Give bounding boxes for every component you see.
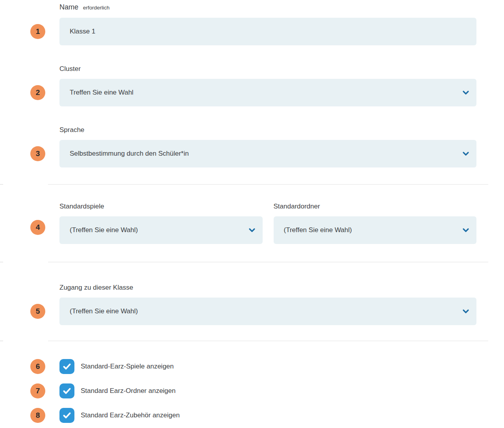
sprache-select[interactable]: Selbstbestimmung durch den Schüler*in (59, 140, 476, 167)
standardordner-label: Standardordner (274, 203, 477, 210)
standard-earz-ordner-label: Standard Earz-Ordner anzeigen (81, 387, 176, 395)
check-icon (62, 362, 72, 371)
cluster-field-section: Cluster 2 Treffen Sie eine Wahl (59, 65, 476, 106)
standard-earz-spiele-row: 6 Standard-Earz-Spiele anzeigen (59, 359, 476, 374)
standard-earz-zubehoer-row: 8 Standard Earz-Zubehör anzeigen (59, 408, 476, 423)
cluster-select-wrap: 2 Treffen Sie eine Wahl (59, 79, 476, 106)
required-note: erforderlich (83, 5, 110, 11)
standardspiele-label: Standardspiele (59, 203, 263, 210)
cluster-label: Cluster (59, 65, 476, 73)
sprache-field-section: Sprache 3 Selbstbestimmung durch den Sch… (59, 126, 476, 167)
section-divider (59, 341, 476, 341)
step-badge-6: 6 (30, 359, 45, 374)
step-badge-8: 8 (30, 408, 45, 423)
divider-edge-stub (0, 262, 3, 262)
chevron-down-icon (461, 225, 471, 235)
standard-earz-zubehoer-label: Standard Earz-Zubehör anzeigen (81, 411, 180, 419)
step-badge-1: 1 (30, 24, 45, 39)
step-badge-4: 4 (30, 220, 45, 235)
standard-earz-ordner-row: 7 Standard Earz-Ordner anzeigen (59, 383, 476, 398)
chevron-down-icon (461, 149, 471, 158)
chevron-down-icon (461, 307, 471, 316)
check-icon (62, 386, 72, 396)
cluster-select-value: Treffen Sie eine Wahl (70, 89, 133, 97)
name-label: Name erforderlich (59, 3, 476, 12)
name-input[interactable] (59, 18, 476, 45)
zugang-select-value: (Treffen Sie eine Wahl) (70, 307, 138, 315)
defaults-section: Standardspiele Standardordner 4 (Treffen… (59, 203, 476, 244)
zugang-label: Zugang zu dieser Klasse (59, 284, 476, 292)
name-field-section: Name erforderlich 1 (59, 3, 476, 45)
zugang-select[interactable]: (Treffen Sie eine Wahl) (59, 298, 476, 325)
name-input-wrap: 1 (59, 18, 476, 45)
step-badge-5: 5 (30, 304, 45, 319)
divider-line (48, 341, 488, 341)
step-badge-3: 3 (30, 146, 45, 161)
class-settings-form: Name erforderlich 1 Cluster 2 Treffen Si… (0, 3, 504, 428)
check-icon (62, 411, 72, 420)
standardspiele-select-value: (Treffen Sie eine Wahl) (70, 226, 138, 234)
sprache-label: Sprache (59, 126, 476, 134)
zugang-select-wrap: 5 (Treffen Sie eine Wahl) (59, 298, 476, 325)
standard-earz-ordner-checkbox[interactable] (59, 383, 74, 398)
standard-earz-spiele-checkbox[interactable] (59, 359, 74, 374)
defaults-selects-wrap: 4 (Treffen Sie eine Wahl) (Treffen Sie e… (59, 210, 476, 244)
step-badge-2: 2 (30, 85, 45, 100)
standardordner-select[interactable]: (Treffen Sie eine Wahl) (274, 216, 477, 244)
standard-earz-zubehoer-checkbox[interactable] (59, 408, 74, 423)
standardspiele-select[interactable]: (Treffen Sie eine Wahl) (59, 216, 263, 244)
sprache-select-value: Selbstbestimmung durch den Schüler*in (70, 150, 189, 158)
defaults-labels-row: Standardspiele Standardordner (59, 203, 476, 210)
step-badge-7: 7 (30, 383, 45, 398)
name-label-text: Name (59, 3, 78, 11)
divider-line (48, 262, 488, 262)
zugang-field-section: Zugang zu dieser Klasse 5 (Treffen Sie e… (59, 284, 476, 325)
divider-edge-stub (0, 184, 3, 185)
section-divider (59, 262, 476, 262)
divider-edge-stub (0, 341, 3, 341)
divider-line (48, 184, 488, 185)
section-divider (59, 184, 476, 185)
cluster-select[interactable]: Treffen Sie eine Wahl (59, 79, 476, 106)
chevron-down-icon (247, 225, 257, 235)
standard-earz-spiele-label: Standard-Earz-Spiele anzeigen (81, 363, 174, 370)
chevron-down-icon (461, 88, 471, 97)
sprache-select-wrap: 3 Selbstbestimmung durch den Schüler*in (59, 140, 476, 167)
standardordner-select-value: (Treffen Sie eine Wahl) (284, 226, 352, 234)
